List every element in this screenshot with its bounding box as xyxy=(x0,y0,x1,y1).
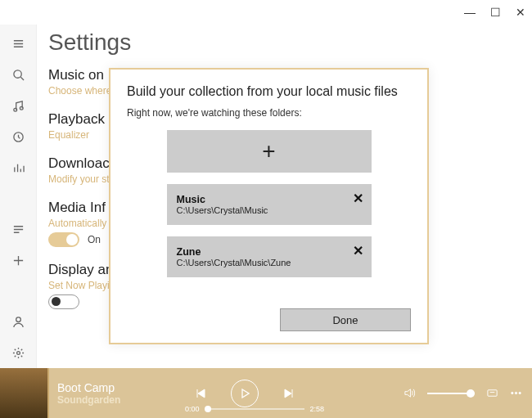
progress-bar[interactable] xyxy=(205,408,305,410)
dialog-subtitle: Right now, we're watching these folders: xyxy=(127,107,411,119)
folder-name: Music xyxy=(177,194,362,205)
recent-icon[interactable] xyxy=(0,121,36,152)
svg-point-9 xyxy=(519,392,521,393)
more-icon[interactable] xyxy=(510,387,522,399)
player-bar: Boot Camp Soundgarden 0:00 2:58 xyxy=(0,368,532,418)
track-title: Boot Camp xyxy=(57,381,172,394)
elapsed-time: 0:00 xyxy=(185,405,200,413)
now-playing-icon[interactable] xyxy=(0,152,36,183)
svg-point-7 xyxy=(512,392,513,393)
next-button[interactable] xyxy=(277,381,301,406)
svg-point-8 xyxy=(515,392,516,393)
svg-point-5 xyxy=(16,351,20,354)
folder-path: C:\Users\Crystal\Music\Zune xyxy=(177,258,362,267)
svg-point-0 xyxy=(13,70,20,77)
svg-point-4 xyxy=(16,317,20,321)
folder-dialog: Build your collection from your local mu… xyxy=(109,68,429,344)
play-button[interactable] xyxy=(231,380,259,407)
folder-item[interactable]: Zune C:\Users\Crystal\Music\Zune ✕ xyxy=(167,236,372,277)
svg-rect-6 xyxy=(488,390,497,397)
done-button[interactable]: Done xyxy=(280,308,411,331)
search-icon[interactable] xyxy=(0,59,36,90)
folder-item[interactable]: Music C:\Users\Crystal\Music ✕ xyxy=(167,184,372,225)
close-button[interactable]: ✕ xyxy=(516,6,525,19)
menu-icon[interactable] xyxy=(0,28,36,59)
album-art[interactable] xyxy=(0,368,49,418)
dialog-title: Build your collection from your local mu… xyxy=(127,84,411,99)
folder-name: Zune xyxy=(177,246,362,258)
maximize-button[interactable]: ☐ xyxy=(490,6,501,19)
add-icon[interactable] xyxy=(0,245,36,276)
settings-icon[interactable] xyxy=(0,337,36,368)
svg-point-1 xyxy=(13,108,16,111)
volume-slider[interactable] xyxy=(427,393,475,394)
duration-time: 2:58 xyxy=(309,405,324,413)
previous-button[interactable] xyxy=(188,381,213,406)
svg-point-2 xyxy=(20,106,23,110)
sidebar xyxy=(0,25,37,368)
toggle-label: On xyxy=(88,234,101,245)
minimize-button[interactable]: — xyxy=(464,6,476,19)
track-artist: Soundgarden xyxy=(57,394,172,406)
track-info: Boot Camp Soundgarden xyxy=(57,381,172,406)
playlist-icon[interactable] xyxy=(0,213,36,245)
toggle-off[interactable] xyxy=(48,294,79,309)
volume-icon[interactable] xyxy=(404,387,416,399)
music-icon[interactable] xyxy=(0,90,36,121)
repeat-icon[interactable] xyxy=(486,387,498,399)
page-title: Settings xyxy=(48,29,521,56)
plus-icon: + xyxy=(262,138,275,164)
progress-row: 0:00 2:58 xyxy=(185,405,324,413)
remove-folder-icon[interactable]: ✕ xyxy=(353,191,363,206)
folder-path: C:\Users\Crystal\Music xyxy=(177,205,362,215)
account-icon[interactable] xyxy=(0,306,36,337)
window-titlebar: — ☐ ✕ xyxy=(0,0,532,25)
remove-folder-icon[interactable]: ✕ xyxy=(353,243,363,258)
toggle-on[interactable] xyxy=(48,232,79,247)
add-folder-button[interactable]: + xyxy=(167,130,372,173)
